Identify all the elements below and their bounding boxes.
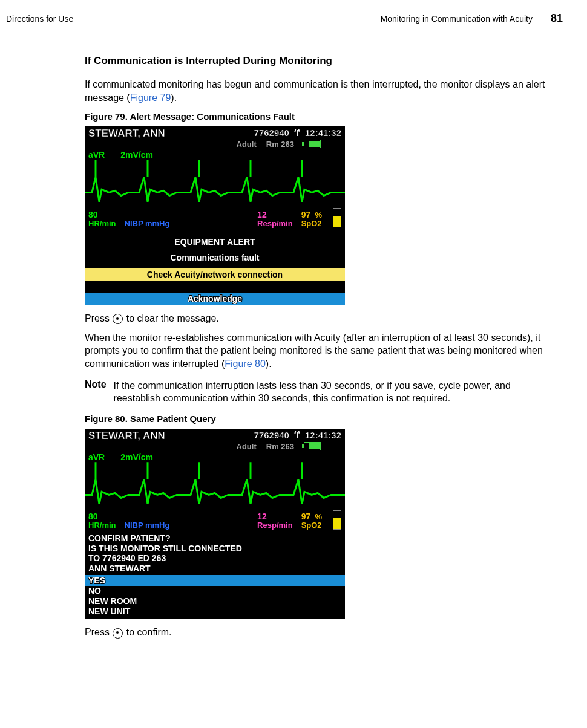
clock-time: 12:41:32 xyxy=(305,128,341,138)
select-button-icon xyxy=(113,628,123,639)
spo2-value: 97 xyxy=(301,512,311,521)
resp-label: Resp/min xyxy=(257,521,293,530)
confirm-line-3: TO 7762940 ED 263 xyxy=(88,553,341,564)
press-clear-paragraph: Press to clear the message. xyxy=(85,312,551,325)
ecg-waveform xyxy=(85,152,345,208)
resp-vital: 12 Resp/min xyxy=(257,512,293,529)
press-confirm-paragraph: Press to confirm. xyxy=(85,626,551,639)
room-label: Rm 263 xyxy=(266,140,294,149)
confirm-line-2: IS THIS MONITOR STILL CONNECTED xyxy=(88,544,341,554)
ecg-waveform-area: aVR 2mV/cm xyxy=(85,452,345,510)
patient-id: 7762940 xyxy=(254,430,289,440)
header-section-title: Monitoring in Communication with Acuity xyxy=(381,14,533,24)
hr-vital: 80 HR/min xyxy=(88,512,116,529)
alert-area: EQUIPMENT ALERT Communications fault xyxy=(85,230,345,268)
patient-mode: Adult xyxy=(237,442,257,451)
room-label: Rm 263 xyxy=(266,442,294,451)
press-clear-a: Press xyxy=(85,313,112,323)
reest-text-a: When the monitor re-establishes communic… xyxy=(85,333,543,369)
antenna-icon xyxy=(294,129,300,137)
patient-id: 7762940 xyxy=(254,128,289,138)
figure-80-monitor: STEWART, ANN 7762940 12:41:32 Adult Rm 2… xyxy=(85,429,345,619)
vitals-row: 80 HR/min NIBP mmHg 12 Resp/min 97 % SpO… xyxy=(85,510,345,532)
hr-label: HR/min xyxy=(88,521,116,530)
ecg-waveform-area: aVR 2mV/cm xyxy=(85,150,345,208)
hr-label: HR/min xyxy=(88,219,116,228)
intro-paragraph: If communicated monitoring has begun and… xyxy=(85,78,551,104)
lead-label: aVR xyxy=(88,150,105,160)
patient-name: STEWART, ANN xyxy=(88,430,165,442)
gain-label: 2mV/cm xyxy=(120,150,153,160)
acknowledge-button[interactable]: Acknowledge xyxy=(85,293,345,305)
header-left: Directions for Use xyxy=(6,14,73,24)
press-confirm-a: Press xyxy=(85,627,112,637)
patient-name: STEWART, ANN xyxy=(88,128,165,140)
figure-80-reference: Figure 80 xyxy=(225,359,266,369)
option-yes[interactable]: YES xyxy=(85,575,345,586)
battery-icon xyxy=(304,140,321,148)
subheading: If Communication is Interrupted During M… xyxy=(85,55,551,67)
spo2-percent: % xyxy=(315,210,322,219)
spo2-value: 97 xyxy=(301,210,311,219)
alert-instruction-bar: Check Acuity/network connection xyxy=(85,268,345,281)
resp-label: Resp/min xyxy=(257,219,293,228)
vitals-row: 80 HR/min NIBP mmHg 12 Resp/min 97 % SpO… xyxy=(85,208,345,230)
note-label: Note xyxy=(85,379,107,405)
antenna-icon xyxy=(294,431,300,439)
press-clear-b: to clear the message. xyxy=(123,313,218,323)
spo2-vital: 97 % SpO2 xyxy=(301,210,322,227)
hr-value: 80 xyxy=(88,210,116,219)
note-text: If the communication interruption lasts … xyxy=(114,379,551,405)
option-new-unit[interactable]: NEW UNIT xyxy=(88,606,341,617)
resp-vital: 12 Resp/min xyxy=(257,210,293,227)
alert-message: Communications fault xyxy=(85,253,345,262)
nibp-vital: NIBP mmHg xyxy=(125,521,170,530)
patient-mode: Adult xyxy=(237,140,257,149)
reestablish-paragraph: When the monitor re-establishes communic… xyxy=(85,331,551,371)
note-block: Note If the communication interruption l… xyxy=(85,379,551,405)
confirm-line-4: ANN STEWART xyxy=(88,564,341,574)
press-confirm-b: to confirm. xyxy=(123,627,171,637)
confirm-patient-block: CONFIRM PATIENT? IS THIS MONITOR STILL C… xyxy=(85,532,345,575)
reest-text-b: ). xyxy=(266,359,272,369)
spo2-vital: 97 % SpO2 xyxy=(301,512,322,529)
lead-label: aVR xyxy=(88,452,105,462)
confirm-line-1: CONFIRM PATIENT? xyxy=(88,533,341,544)
figure-80-caption: Figure 80. Same Patient Query xyxy=(85,414,551,424)
gain-label: 2mV/cm xyxy=(120,452,153,462)
ecg-waveform xyxy=(85,455,345,510)
option-new-room[interactable]: NEW ROOM xyxy=(88,596,341,606)
intro-text-b: ). xyxy=(171,93,177,103)
figure-79-reference: Figure 79 xyxy=(130,93,171,103)
spo2-label: SpO2 xyxy=(301,521,322,530)
options-block: NO NEW ROOM NEW UNIT xyxy=(85,586,345,619)
alert-title: EQUIPMENT ALERT xyxy=(85,237,345,247)
resp-value: 12 xyxy=(257,512,293,521)
option-no[interactable]: NO xyxy=(88,586,341,596)
spo2-label: SpO2 xyxy=(301,219,322,228)
nibp-vital: NIBP mmHg xyxy=(125,219,170,228)
nibp-label: NIBP mmHg xyxy=(125,219,170,228)
battery-icon xyxy=(304,442,321,450)
page-header: Directions for Use Monitoring in Communi… xyxy=(6,12,563,25)
clock-time: 12:41:32 xyxy=(305,430,341,440)
resp-value: 12 xyxy=(257,210,293,219)
spo2-bar-icon xyxy=(333,510,341,530)
figure-79-caption: Figure 79. Alert Message: Communications… xyxy=(85,111,551,122)
select-button-icon xyxy=(113,314,123,324)
hr-vital: 80 HR/min xyxy=(88,210,116,227)
nibp-label: NIBP mmHg xyxy=(125,521,170,530)
spo2-bar-icon xyxy=(333,208,341,227)
hr-value: 80 xyxy=(88,512,116,521)
page-number: 81 xyxy=(551,12,563,25)
figure-79-monitor: STEWART, ANN 7762940 12:41:32 Adult Rm 2… xyxy=(85,126,345,305)
